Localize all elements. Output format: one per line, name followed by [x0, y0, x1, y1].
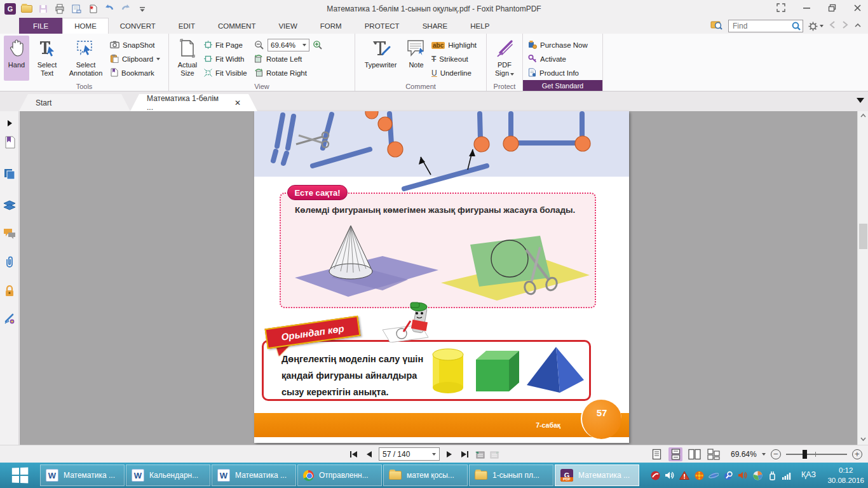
vertical-scrollbar[interactable]	[857, 111, 868, 445]
strikeout-button[interactable]: T Strikeout	[431, 52, 481, 66]
new-document-icon[interactable]	[86, 3, 99, 15]
tab-home[interactable]: HOME	[62, 18, 109, 34]
tab-file[interactable]: FILE	[19, 18, 62, 34]
hand-tool-button[interactable]: Hand	[4, 36, 29, 81]
find-previous-icon[interactable]	[829, 20, 836, 32]
comments-panel-icon[interactable]	[3, 227, 17, 241]
save-icon[interactable]	[37, 3, 50, 15]
attachments-panel-icon[interactable]	[3, 255, 17, 269]
tab-edit[interactable]: EDIT	[167, 18, 207, 34]
taskbar-button-word-2[interactable]: WКальендарн...	[126, 464, 210, 486]
get-standard-label[interactable]: Get Standard	[523, 80, 602, 91]
clipboard-button[interactable]: Clipboard	[110, 52, 163, 66]
tray-planet-icon[interactable]	[709, 470, 719, 480]
zoom-slider-thumb[interactable]	[803, 450, 807, 459]
taskbar-button-folder-1[interactable]: матем қосы...	[383, 464, 468, 486]
security-panel-icon[interactable]	[3, 284, 17, 298]
taskbar-button-foxit-active[interactable]: GPDFМатематика ...	[555, 464, 639, 486]
purchase-now-button[interactable]: Purchase Now	[528, 38, 597, 52]
layers-panel-icon[interactable]	[3, 199, 17, 213]
collapse-ribbon-icon[interactable]	[854, 20, 862, 32]
expand-panel-icon[interactable]	[3, 116, 17, 130]
next-page-button[interactable]	[444, 448, 455, 461]
previous-page-button[interactable]	[363, 448, 375, 461]
pdf-sign-button[interactable]: PDF Sign	[492, 36, 517, 81]
find-next-icon[interactable]	[841, 20, 849, 32]
print-icon[interactable]	[53, 3, 66, 15]
tab-protect[interactable]: PROTECT	[353, 18, 411, 34]
signatures-panel-icon[interactable]	[3, 312, 17, 326]
previous-view-icon[interactable]	[474, 448, 485, 461]
fit-visible-button[interactable]: Fit Visible	[204, 66, 251, 80]
continuous-facing-layout-icon[interactable]	[707, 447, 721, 461]
search-folder-icon[interactable]	[710, 19, 723, 33]
close-button[interactable]	[851, 3, 863, 13]
tab-list-dropdown-icon[interactable]	[857, 98, 864, 103]
taskbar-button-word-1[interactable]: WМатематика ...	[40, 464, 125, 486]
rotate-right-button[interactable]: Rotate Right	[254, 66, 349, 80]
zoom-minus-button[interactable]: −	[771, 449, 781, 459]
zoom-slider[interactable]	[786, 454, 847, 455]
status-zoom-value[interactable]: 69.64%	[731, 450, 757, 459]
tray-browser-swirl-icon[interactable]	[752, 470, 763, 480]
taskbar-button-chrome[interactable]: Отправленн...	[297, 464, 382, 486]
doc-tab-active[interactable]: Математика 1-бөлім ... ✕	[130, 94, 257, 111]
status-zoom-caret-icon[interactable]	[762, 453, 766, 456]
zoom-in-icon[interactable]	[313, 40, 323, 51]
continuous-layout-icon[interactable]	[668, 447, 682, 461]
tray-red-swirl-icon[interactable]	[650, 470, 660, 480]
minimize-button[interactable]	[801, 3, 812, 13]
select-annotation-button[interactable]: Select Annotation	[65, 36, 107, 81]
fit-width-button[interactable]: Fit Width	[204, 52, 251, 66]
taskbar-clock[interactable]: 0:12 30.08.2016	[827, 465, 864, 485]
open-file-icon[interactable]	[20, 3, 33, 15]
document-canvas[interactable]: Есте сақта! Көлемді фигураның көмегімен …	[20, 111, 857, 445]
scrollbar-thumb[interactable]	[859, 224, 867, 249]
bookmarks-panel-icon[interactable]	[3, 135, 17, 149]
tray-antivirus-icon[interactable]	[694, 470, 704, 480]
tray-search-tool-icon[interactable]	[723, 470, 733, 480]
tab-form[interactable]: FORM	[309, 18, 353, 34]
start-button[interactable]	[0, 463, 39, 488]
scroll-down-icon[interactable]	[860, 437, 866, 443]
tab-comment[interactable]: COMMENT	[207, 18, 267, 34]
tab-convert[interactable]: CONVERT	[109, 18, 167, 34]
note-button[interactable]: Note	[404, 36, 428, 81]
single-page-layout-icon[interactable]	[649, 447, 663, 461]
tab-view[interactable]: VIEW	[267, 18, 308, 34]
taskbar-button-folder-2[interactable]: 1-сынып пл...	[469, 464, 553, 486]
tab-help[interactable]: HELP	[459, 18, 501, 34]
tray-network-signal-icon[interactable]	[782, 470, 792, 480]
find-settings-gear-icon[interactable]	[808, 22, 824, 31]
facing-layout-icon[interactable]	[688, 447, 702, 461]
tray-power-plug-icon[interactable]	[767, 470, 777, 480]
language-indicator[interactable]: ҚАЗ	[801, 470, 816, 479]
doc-tab-start[interactable]: Start	[19, 94, 130, 111]
customize-qat-icon[interactable]	[136, 3, 149, 15]
pdf-page[interactable]: Есте сақта! Көлемді фигураның көмегімен …	[254, 111, 629, 443]
highlight-button[interactable]: abc Highlight	[431, 38, 481, 52]
activate-button[interactable]: Activate	[528, 52, 597, 66]
underline-button[interactable]: U Underline	[431, 66, 481, 80]
pages-panel-icon[interactable]	[3, 167, 17, 181]
tray-volume-icon[interactable]	[665, 470, 675, 480]
rotate-left-button[interactable]: Rotate Left	[254, 52, 349, 66]
tab-share[interactable]: SHARE	[411, 18, 459, 34]
tray-warning-icon[interactable]	[679, 470, 689, 480]
zoom-combo[interactable]: 69.64%	[268, 39, 309, 51]
product-info-button[interactable]: Product Info	[528, 66, 597, 80]
foxit-logo-icon[interactable]: G	[4, 3, 17, 15]
actual-size-button[interactable]: Actual Size	[174, 36, 201, 81]
taskbar-button-word-3[interactable]: WМатематика ...	[212, 464, 296, 486]
next-view-icon[interactable]	[489, 448, 501, 461]
redo-icon[interactable]	[119, 3, 132, 15]
first-page-button[interactable]	[348, 448, 360, 461]
doc-tab-close-icon[interactable]: ✕	[234, 98, 241, 107]
last-page-button[interactable]	[459, 448, 470, 461]
page-number-combo[interactable]: 57 / 140	[379, 447, 440, 461]
fit-page-button[interactable]: Fit Page	[204, 38, 251, 52]
scroll-up-icon[interactable]	[860, 113, 866, 119]
snapshot-button[interactable]: SnapShot	[110, 38, 163, 52]
find-magnifier-icon[interactable]	[792, 22, 801, 34]
undo-icon[interactable]	[103, 3, 116, 15]
